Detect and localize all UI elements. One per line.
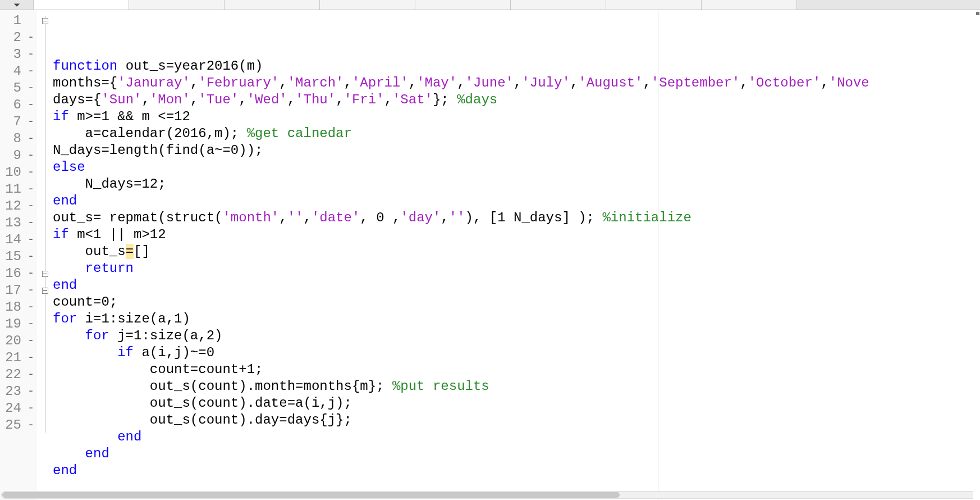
tab-strip xyxy=(0,0,980,10)
vertical-scrollbar[interactable] xyxy=(974,10,979,490)
breakpoint-marker[interactable]: - xyxy=(25,215,37,231)
fold-minus-icon[interactable] xyxy=(42,18,48,24)
breakpoint-marker[interactable]: - xyxy=(25,198,37,215)
code-line[interactable]: count=count+1; xyxy=(53,361,980,378)
breakpoint-marker[interactable]: - xyxy=(25,349,37,366)
string-token: '' xyxy=(287,210,304,225)
code-token: , xyxy=(570,75,578,90)
breakpoint-marker[interactable]: - xyxy=(25,383,37,400)
breakpoint-marker[interactable]: - xyxy=(25,299,37,316)
breakpoint-marker[interactable]: - xyxy=(25,29,37,46)
line-number: 10 xyxy=(0,164,25,181)
breakpoint-marker[interactable]: - xyxy=(25,113,37,130)
code-line[interactable]: count=0; xyxy=(53,294,980,311)
breakpoint-marker[interactable]: - xyxy=(25,417,37,434)
keyword-token: return xyxy=(85,261,134,276)
code-line[interactable]: months={'Januray','February','March','Ap… xyxy=(53,75,980,92)
breakpoint-marker[interactable]: - xyxy=(25,400,37,417)
code-line[interactable]: end xyxy=(53,462,980,479)
string-token: '' xyxy=(449,210,465,225)
scrollbar-thumb[interactable] xyxy=(2,492,620,498)
code-token: , xyxy=(336,92,344,107)
string-token: 'March' xyxy=(287,75,344,90)
editor-tab[interactable] xyxy=(320,0,415,10)
line-number: 22 xyxy=(0,366,25,383)
code-line[interactable]: a=calendar(2016,m); %get calnedar xyxy=(53,125,980,142)
breakpoint-column[interactable]: ------------------------ xyxy=(25,10,37,500)
string-token: 'October' xyxy=(748,75,821,90)
code-line[interactable]: return xyxy=(53,260,980,277)
code-line[interactable]: N_days=length(find(a~=0)); xyxy=(53,142,980,159)
code-token: , xyxy=(740,75,748,90)
line-number: 3 xyxy=(0,46,25,63)
breakpoint-marker[interactable]: - xyxy=(25,265,37,282)
code-token xyxy=(53,261,85,276)
breakpoint-marker[interactable]: - xyxy=(25,97,37,113)
editor-tab[interactable] xyxy=(415,0,511,10)
code-line[interactable]: end xyxy=(53,277,980,294)
code-token: , xyxy=(239,92,246,107)
code-line[interactable]: if m<1 || m>12 xyxy=(53,226,980,243)
editor-tab[interactable] xyxy=(702,0,797,10)
code-line[interactable]: for i=1:size(a,1) xyxy=(53,311,980,328)
code-token: out_s(count).day=days{j}; xyxy=(53,412,352,428)
editor-tab[interactable] xyxy=(225,0,320,10)
breakpoint-marker[interactable]: - xyxy=(25,282,37,299)
keyword-token: end xyxy=(53,278,77,293)
line-number: 4 xyxy=(0,63,25,80)
tab-dropdown-button[interactable] xyxy=(0,0,34,10)
code-line[interactable]: if m>=1 && m <=12 xyxy=(53,108,980,125)
code-line[interactable]: out_s= repmat(struct('month','','date', … xyxy=(53,210,980,226)
code-line[interactable]: end xyxy=(53,446,980,462)
code-area[interactable]: function out_s=year2016(m)months={'Janur… xyxy=(53,10,980,500)
breakpoint-marker[interactable]: - xyxy=(25,181,37,198)
editor-tab[interactable] xyxy=(129,0,225,10)
gutter: 1234567891011121314151617181920212223242… xyxy=(0,10,53,500)
code-line[interactable]: N_days=12; xyxy=(53,176,980,193)
editor-tab[interactable] xyxy=(511,0,606,10)
editor-tab-active[interactable] xyxy=(34,0,129,10)
code-line[interactable]: function out_s=year2016(m) xyxy=(53,58,980,75)
breakpoint-marker[interactable]: - xyxy=(25,147,37,164)
horizontal-scrollbar[interactable] xyxy=(1,491,979,499)
breakpoint-marker[interactable]: - xyxy=(25,164,37,181)
code-line[interactable]: if a(i,j)~=0 xyxy=(53,344,980,361)
code-line[interactable]: end xyxy=(53,193,980,210)
breakpoint-marker[interactable]: - xyxy=(25,333,37,349)
line-number: 15 xyxy=(0,248,25,265)
code-line[interactable]: out_s=[] xyxy=(53,243,980,260)
fold-column[interactable] xyxy=(37,10,53,500)
code-line[interactable]: out_s(count).month=months{m}; %put resul… xyxy=(53,378,980,395)
code-token: , 0 , xyxy=(360,210,400,225)
breakpoint-marker[interactable]: - xyxy=(25,316,37,333)
fold-minus-icon[interactable] xyxy=(42,288,48,294)
breakpoint-marker[interactable]: - xyxy=(25,130,37,147)
breakpoint-marker[interactable]: - xyxy=(25,63,37,80)
comment-token: %initialize xyxy=(602,210,691,225)
chevron-down-icon xyxy=(13,1,21,9)
breakpoint-marker[interactable] xyxy=(25,12,37,29)
string-token: 'Fri' xyxy=(344,92,384,107)
string-token: 'Sat' xyxy=(392,92,433,107)
breakpoint-marker[interactable]: - xyxy=(25,80,37,97)
line-number: 18 xyxy=(0,299,25,316)
keyword-token: for xyxy=(53,311,85,326)
code-line[interactable]: end xyxy=(53,429,980,446)
editor-tab[interactable] xyxy=(606,0,702,10)
code-line[interactable]: else xyxy=(53,159,980,176)
fold-minus-icon[interactable] xyxy=(42,271,48,277)
code-token: , xyxy=(643,75,651,90)
string-token: 'date' xyxy=(312,210,360,225)
breakpoint-marker[interactable]: - xyxy=(25,366,37,383)
line-number: 24 xyxy=(0,400,25,417)
string-token: 'Januray' xyxy=(117,75,190,90)
code-token: , xyxy=(441,210,448,225)
breakpoint-marker[interactable]: - xyxy=(25,231,37,248)
code-token: , xyxy=(190,75,198,90)
code-line[interactable]: for j=1:size(a,2) xyxy=(53,328,980,344)
code-line[interactable]: days={'Sun','Mon','Tue','Wed','Thu','Fri… xyxy=(53,92,980,108)
breakpoint-marker[interactable]: - xyxy=(25,46,37,63)
code-line[interactable]: out_s(count).date=a(i,j); xyxy=(53,395,980,412)
breakpoint-marker[interactable]: - xyxy=(25,248,37,265)
code-line[interactable]: out_s(count).day=days{j}; xyxy=(53,412,980,429)
